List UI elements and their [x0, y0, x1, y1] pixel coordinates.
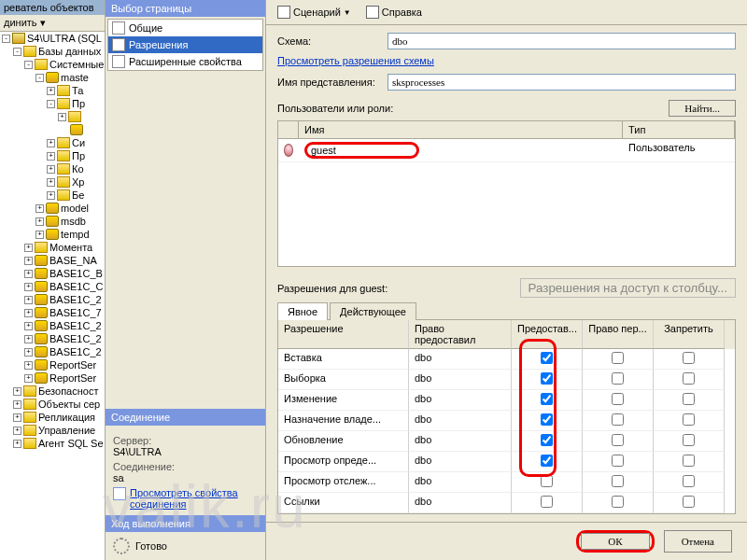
tree-node[interactable]: +BASE1C_2: [0, 345, 105, 358]
deny-checkbox[interactable]: [683, 496, 695, 508]
ok-button[interactable]: ОК: [581, 533, 649, 550]
permission-row[interactable]: Назначение владе...dbo: [278, 411, 735, 431]
deny-checkbox[interactable]: [683, 352, 695, 364]
page-item[interactable]: Общие: [108, 20, 262, 36]
col-name[interactable]: Имя: [299, 121, 623, 138]
grant-checkbox[interactable]: [541, 496, 553, 508]
with-grant-checkbox[interactable]: [612, 455, 624, 467]
tree-node[interactable]: +Бе: [0, 189, 105, 202]
tree-node[interactable]: +ReportSer: [0, 371, 105, 385]
tree-node[interactable]: [0, 123, 105, 136]
expand-icon[interactable]: +: [47, 139, 55, 147]
tree-node[interactable]: +msdb: [0, 215, 105, 228]
tree-node[interactable]: +Ко: [0, 162, 105, 175]
tree-node[interactable]: +Объекты сер: [0, 398, 105, 411]
expand-icon[interactable]: +: [13, 440, 21, 448]
grant-checkbox[interactable]: [541, 372, 553, 385]
with-grant-checkbox[interactable]: [612, 434, 624, 446]
tree-node[interactable]: +BASE1C_2: [0, 293, 105, 306]
with-grant-checkbox[interactable]: [612, 496, 624, 508]
permission-row[interactable]: Ссылкиdbo: [278, 493, 735, 513]
permission-row[interactable]: Изменениеdbo: [278, 390, 735, 411]
with-grant-checkbox[interactable]: [612, 413, 624, 426]
expand-icon[interactable]: +: [24, 309, 33, 317]
tree-node[interactable]: +Та: [0, 84, 105, 97]
expand-icon[interactable]: +: [24, 257, 33, 265]
tree-node[interactable]: +ReportSer: [0, 358, 105, 371]
expand-icon[interactable]: +: [24, 322, 33, 330]
find-button[interactable]: Найти...: [669, 100, 736, 117]
tree-node[interactable]: +Репликация: [0, 411, 105, 424]
expand-icon[interactable]: +: [47, 178, 55, 187]
script-button[interactable]: Сценарий ▼: [274, 4, 355, 21]
expand-icon[interactable]: -: [24, 61, 33, 69]
page-item[interactable]: Расширенные свойства: [108, 53, 262, 70]
expand-icon[interactable]: +: [47, 191, 55, 200]
view-schema-perms-link[interactable]: Просмотреть разрешения схемы: [277, 55, 736, 66]
with-grant-checkbox[interactable]: [612, 372, 624, 385]
expand-icon[interactable]: +: [24, 244, 33, 252]
col-type[interactable]: Тип: [623, 121, 735, 138]
expand-icon[interactable]: +: [24, 283, 33, 291]
grant-checkbox[interactable]: [541, 352, 553, 364]
deny-checkbox[interactable]: [683, 434, 695, 446]
tree-node[interactable]: -maste: [0, 71, 105, 84]
pcol-grant[interactable]: Предостав...: [512, 320, 583, 349]
connect-button[interactable]: динить ▾: [0, 15, 105, 32]
expand-icon[interactable]: +: [35, 231, 44, 239]
tab-explicit[interactable]: Явное: [277, 302, 328, 320]
tree-node[interactable]: +BASE1C_2: [0, 332, 105, 345]
help-button[interactable]: Справка: [362, 4, 426, 21]
tree-node[interactable]: +Безопасност: [0, 385, 105, 398]
expand-icon[interactable]: -: [13, 48, 21, 56]
page-list[interactable]: ОбщиеРазрешенияРасширенные свойства: [107, 19, 263, 71]
permission-row[interactable]: Обновлениеdbo: [278, 431, 735, 452]
tree-node[interactable]: -Пр: [0, 97, 105, 110]
expand-icon[interactable]: +: [24, 348, 33, 357]
tree-node[interactable]: -Базы данных: [0, 45, 105, 58]
tree-node[interactable]: -Системные: [0, 58, 105, 71]
expand-icon[interactable]: +: [13, 400, 21, 409]
tree-node[interactable]: +Си: [0, 136, 105, 149]
deny-checkbox[interactable]: [683, 413, 695, 426]
expand-icon[interactable]: +: [24, 361, 33, 370]
tree-node[interactable]: +Управление: [0, 424, 105, 437]
object-tree[interactable]: - S4\ULTRA (SQL Se -Базы данных-Системны…: [0, 32, 105, 560]
expand-icon[interactable]: +: [13, 413, 21, 422]
pcol-with-grant[interactable]: Право пер...: [583, 320, 654, 349]
grant-checkbox[interactable]: [541, 455, 553, 467]
expand-icon[interactable]: +: [35, 217, 44, 226]
grant-checkbox[interactable]: [541, 475, 553, 487]
pcol-permission[interactable]: Разрешение: [278, 320, 409, 349]
expand-icon[interactable]: -: [2, 35, 10, 43]
permission-row[interactable]: Выборкаdbo: [278, 370, 735, 390]
tab-effective[interactable]: Действующее: [330, 302, 416, 320]
expand-icon[interactable]: +: [24, 335, 33, 343]
expand-icon[interactable]: -: [35, 74, 44, 82]
pcol-deny[interactable]: Запретить: [654, 320, 725, 349]
tree-node[interactable]: +: [0, 110, 105, 123]
tree-node[interactable]: +BASE1C_2: [0, 319, 105, 332]
permissions-grid[interactable]: Разрешение Право предоставил Предостав..…: [277, 320, 736, 514]
tree-node[interactable]: +model: [0, 202, 105, 215]
expand-icon[interactable]: +: [24, 374, 33, 383]
tree-node[interactable]: +tempd: [0, 228, 105, 241]
expand-icon[interactable]: -: [47, 100, 55, 108]
tree-node[interactable]: +BASE1C_7: [0, 306, 105, 319]
expand-icon[interactable]: +: [13, 387, 21, 396]
grant-checkbox[interactable]: [541, 413, 553, 426]
tree-node[interactable]: +BASE1C_В: [0, 267, 105, 280]
tree-node[interactable]: +Пр: [0, 149, 105, 162]
tree-node[interactable]: +Момента: [0, 241, 105, 254]
with-grant-checkbox[interactable]: [612, 475, 624, 487]
expand-icon[interactable]: +: [13, 427, 21, 435]
with-grant-checkbox[interactable]: [612, 352, 624, 364]
cancel-button[interactable]: Отмена: [664, 530, 732, 553]
view-connection-props-link[interactable]: Просмотреть свойства соединения: [130, 487, 258, 510]
permission-row[interactable]: Просмотр опреде...dbo: [278, 452, 735, 472]
pcol-grantor[interactable]: Право предоставил: [409, 320, 512, 349]
deny-checkbox[interactable]: [683, 475, 695, 487]
expand-icon[interactable]: +: [47, 165, 55, 174]
permission-row[interactable]: Вставкаdbo: [278, 349, 735, 370]
deny-checkbox[interactable]: [683, 393, 695, 405]
